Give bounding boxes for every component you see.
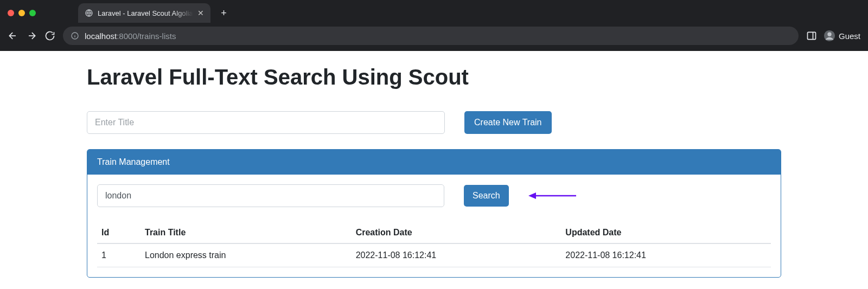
table-row: 1London express train2022-11-08 16:12:41… (97, 243, 771, 267)
create-train-button[interactable]: Create New Train (464, 111, 552, 134)
cell-created: 2022-11-08 16:12:41 (352, 243, 561, 267)
panel-toggle-icon[interactable] (806, 30, 817, 41)
trains-table: Id Train Title Creation Date Updated Dat… (97, 222, 771, 267)
svg-rect-4 (807, 32, 815, 39)
table-header-row: Id Train Title Creation Date Updated Dat… (97, 222, 771, 243)
train-management-panel: Train Management Search Id Train Title (87, 149, 781, 278)
annotation-arrow-icon (528, 190, 577, 201)
svg-marker-9 (528, 192, 536, 199)
col-id: Id (97, 222, 141, 243)
back-button[interactable] (8, 30, 18, 41)
panel-body: Search Id Train Title Creation Date Upda… (87, 175, 781, 277)
col-created: Creation Date (352, 222, 561, 243)
browser-chrome: Laravel - Laravel Scout Algolia ✕ + loca… (0, 0, 868, 51)
cell-updated: 2022-11-08 16:12:41 (561, 243, 771, 267)
profile-label: Guest (839, 31, 860, 41)
cell-title: London express train (141, 243, 352, 267)
new-tab-button[interactable]: + (216, 5, 232, 21)
panel-header: Train Management (87, 150, 781, 175)
col-title: Train Title (141, 222, 352, 243)
tab-title: Laravel - Laravel Scout Algolia (98, 9, 193, 17)
forward-button[interactable] (26, 30, 37, 41)
tab-strip: Laravel - Laravel Scout Algolia ✕ + (0, 0, 868, 26)
tab-close-icon[interactable]: ✕ (197, 9, 204, 17)
search-row: Search (97, 184, 771, 207)
window-close-button[interactable] (8, 10, 14, 16)
address-text: localhost:8000/trains-lists (85, 31, 176, 41)
svg-point-7 (827, 33, 831, 36)
reload-button[interactable] (44, 30, 55, 41)
browser-tab[interactable]: Laravel - Laravel Scout Algolia ✕ (78, 3, 210, 23)
browser-toolbar: localhost:8000/trains-lists Guest (0, 26, 868, 51)
profile-button[interactable]: Guest (824, 30, 860, 42)
profile-icon (824, 30, 835, 42)
col-updated: Updated Date (561, 222, 771, 243)
create-train-row: Create New Train (87, 111, 781, 134)
url-path: :8000/trains-lists (117, 31, 176, 41)
cell-id: 1 (97, 243, 141, 267)
site-info-icon[interactable] (71, 31, 79, 40)
page-content: Laravel Full-Text Search Using Scout Cre… (0, 51, 868, 278)
globe-icon (85, 9, 93, 17)
url-host: localhost (85, 31, 117, 41)
address-bar[interactable]: localhost:8000/trains-lists (63, 27, 799, 45)
window-maximize-button[interactable] (29, 10, 36, 16)
title-input[interactable] (87, 111, 445, 134)
search-button[interactable]: Search (464, 185, 509, 207)
search-input[interactable] (97, 184, 444, 207)
page-title: Laravel Full-Text Search Using Scout (87, 65, 781, 89)
window-controls (8, 10, 36, 16)
window-minimize-button[interactable] (18, 10, 25, 16)
